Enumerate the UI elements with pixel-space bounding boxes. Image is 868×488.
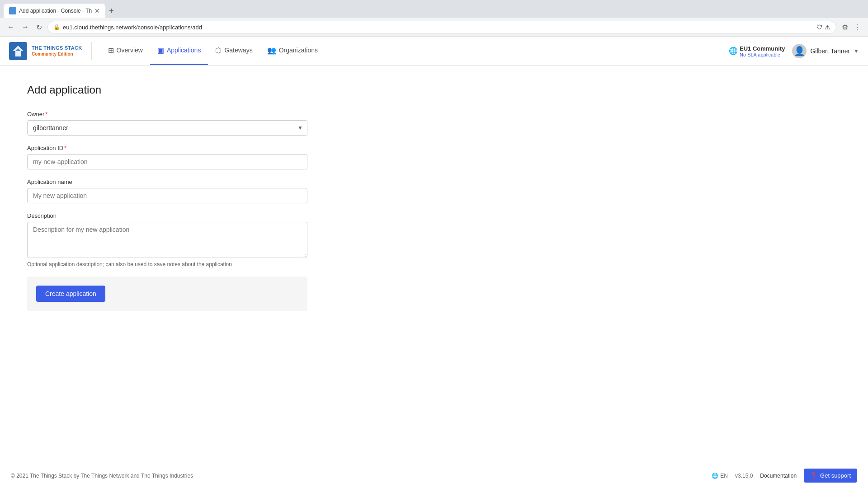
nav-applications[interactable]: ▣ Applications [150, 37, 208, 65]
owner-select-wrapper: gilberttanner ▼ [27, 120, 307, 136]
logo-text: THE THINGS STACK Community Edition [32, 45, 82, 56]
main-nav: ⊞ Overview ▣ Applications ⬡ Gateways 👥 O… [92, 37, 729, 65]
nav-applications-label: Applications [167, 47, 201, 54]
description-textarea[interactable] [27, 222, 307, 258]
tab-title: Add application - Console - Th [19, 8, 92, 14]
reload-button[interactable]: ↻ [34, 21, 44, 33]
browser-chrome: Add application - Console - Th ✕ + ← → ↻… [0, 0, 868, 37]
page-content: Add application Owner* gilberttanner ▼ A… [0, 66, 434, 329]
nav-gateways[interactable]: ⬡ Gateways [208, 37, 259, 65]
url-input[interactable] [63, 24, 814, 31]
description-field-group: Description Optional application descrip… [27, 212, 307, 267]
submit-area: Create application [27, 277, 307, 311]
nav-organizations-label: Organizations [279, 47, 318, 54]
app-header: THE THINGS STACK Community Edition ⊞ Ove… [0, 37, 868, 66]
owner-field-group: Owner* gilberttanner ▼ [27, 111, 307, 136]
browser-actions: ⚙ ⋮ [840, 21, 863, 33]
shield-icon: 🛡 [816, 23, 823, 31]
extensions-button[interactable]: ⚙ [840, 21, 850, 33]
security-icons: 🛡 ⚠ [816, 23, 830, 31]
nav-overview[interactable]: ⊞ Overview [101, 37, 150, 65]
lock-icon: 🔒 [53, 24, 60, 30]
region-info: EU1 Community No SLA applicable [740, 45, 785, 57]
url-bar[interactable]: 🔒 🛡 ⚠ [47, 21, 836, 33]
user-profile[interactable]: 👤 Gilbert Tanner ▼ [792, 44, 859, 58]
new-tab-button[interactable]: + [105, 5, 118, 18]
nav-gateways-label: Gateways [224, 47, 252, 54]
app-id-required-star: * [64, 145, 66, 151]
app-id-input[interactable] [27, 154, 307, 169]
address-bar: ← → ↻ 🔒 🛡 ⚠ ⚙ ⋮ [0, 18, 868, 36]
tts-name: THE THINGS STACK [32, 45, 82, 51]
active-tab: Add application - Console - Th ✕ [4, 4, 105, 18]
forward-button[interactable]: → [20, 21, 31, 33]
user-dropdown-arrow: ▼ [854, 48, 859, 54]
app-name-input[interactable] [27, 188, 307, 203]
tab-bar: Add application - Console - Th ✕ + [0, 0, 868, 18]
region-badge: 🌐 EU1 Community No SLA applicable [729, 45, 785, 57]
globe-icon: 🌐 [729, 47, 738, 55]
app-id-field-group: Application ID* [27, 145, 307, 169]
warning-icon: ⚠ [825, 23, 830, 31]
owner-required-star: * [45, 111, 47, 117]
overview-icon: ⊞ [108, 46, 114, 55]
app-id-label: Application ID* [27, 145, 307, 151]
nav-overview-label: Overview [117, 47, 143, 54]
avatar: 👤 [792, 44, 807, 58]
tab-favicon [9, 7, 16, 14]
description-label: Description [27, 212, 307, 219]
app-name-label: Application name [27, 178, 307, 185]
ttn-logo-icon [9, 42, 27, 60]
nav-organizations[interactable]: 👥 Organizations [260, 37, 325, 65]
user-name: Gilbert Tanner [810, 47, 850, 55]
menu-button[interactable]: ⋮ [852, 21, 863, 33]
page-title: Add application [27, 84, 407, 96]
header-right: 🌐 EU1 Community No SLA applicable 👤 Gilb… [729, 44, 859, 58]
gateways-icon: ⬡ [215, 46, 222, 55]
tab-close-button[interactable]: ✕ [94, 7, 100, 14]
add-application-form: Owner* gilberttanner ▼ Application ID* A… [27, 111, 307, 311]
create-application-button[interactable]: Create application [36, 286, 105, 302]
owner-label: Owner* [27, 111, 307, 117]
owner-select[interactable]: gilberttanner [27, 120, 307, 136]
applications-icon: ▣ [157, 46, 164, 55]
organizations-icon: 👥 [267, 46, 276, 55]
back-button[interactable]: ← [5, 21, 16, 33]
app-name-field-group: Application name [27, 178, 307, 203]
region-name: EU1 Community [740, 45, 785, 52]
avatar-icon: 👤 [794, 46, 805, 56]
description-hint: Optional application description; can al… [27, 261, 307, 267]
region-sla: No SLA applicable [740, 52, 785, 57]
tts-edition: Community Edition [32, 52, 82, 56]
logo-section: THE THINGS STACK Community Edition [9, 42, 92, 60]
